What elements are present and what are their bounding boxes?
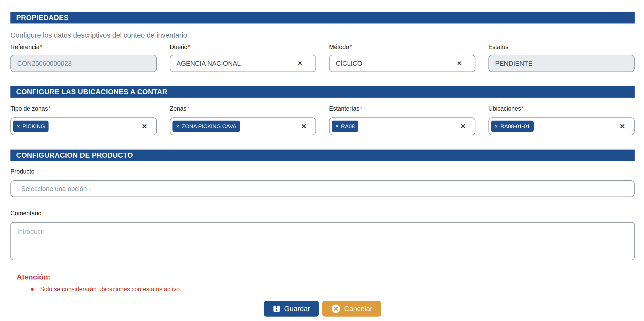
- estanterias-label: Estanterías*: [329, 105, 475, 112]
- label-text: Ubicaciones: [488, 105, 521, 112]
- metodo-select[interactable]: CÍCLICO ✕: [329, 55, 475, 72]
- inventory-count-form: PROPIEDADES Configure los datos descript…: [10, 12, 635, 317]
- dueno-label: Dueño*: [170, 43, 316, 51]
- clear-icon[interactable]: ✕: [142, 123, 150, 130]
- tag-remove-icon[interactable]: ×: [495, 123, 498, 129]
- tag-label: RA08-01-01: [500, 123, 530, 129]
- ubicaciones-multiselect[interactable]: × RA08-01-01 ✕: [488, 117, 635, 135]
- metodo-value: CÍCLICO: [336, 60, 362, 67]
- estatus-value: PENDIENTE: [495, 60, 533, 67]
- tag-remove-icon[interactable]: ×: [335, 123, 339, 129]
- section-header-producto: CONFIGURACION DE PRODUCTO: [10, 150, 635, 161]
- save-button[interactable]: Guardar: [264, 301, 319, 317]
- save-button-label: Guardar: [284, 305, 310, 313]
- tipo-de-zonas-multiselect[interactable]: × PICKING ✕: [10, 117, 157, 135]
- metodo-label: Método*: [329, 43, 475, 51]
- tag-remove-icon[interactable]: ×: [176, 123, 180, 129]
- selected-tag[interactable]: × RA08-01-01: [491, 121, 534, 132]
- label-text: Método: [329, 44, 349, 50]
- required-asterisk: *: [360, 105, 362, 112]
- producto-label: Producto: [10, 168, 635, 175]
- locations-fields-row: Tipo de zonas* × PICKING ✕ Zonas* × ZONA…: [10, 105, 635, 135]
- producto-placeholder: - Seleccione una opción -: [17, 185, 91, 193]
- estatus-input: PENDIENTE: [488, 55, 635, 72]
- floppy-disk-icon: [273, 305, 281, 313]
- properties-fields-row: Referencia* CON25060000023 Dueño* AGENCI…: [10, 43, 635, 72]
- referencia-value: CON25060000023: [17, 60, 72, 67]
- required-asterisk: *: [40, 44, 42, 50]
- estanterias-multiselect[interactable]: × RA08 ✕: [329, 117, 475, 135]
- required-asterisk: *: [49, 105, 51, 112]
- attention-item: Solo se considerarán ubicaciones con est…: [17, 286, 635, 293]
- producto-select[interactable]: - Seleccione una opción -: [10, 180, 635, 197]
- field-metodo: Método* CÍCLICO ✕: [329, 43, 475, 72]
- tag-label: ZONA PICKING CAVA: [182, 123, 236, 129]
- section-subtitle: Configure los datos descriptivos del con…: [10, 31, 635, 40]
- comentario-textarea[interactable]: [10, 222, 635, 260]
- section-header-propiedades: PROPIEDADES: [10, 12, 635, 23]
- required-asterisk: *: [350, 44, 352, 50]
- required-asterisk: *: [188, 44, 190, 50]
- tipo-de-zonas-label: Tipo de zonas*: [10, 105, 157, 112]
- clear-icon[interactable]: ✕: [619, 123, 628, 130]
- label-text: Zonas: [170, 105, 187, 112]
- field-tipo-de-zonas: Tipo de zonas* × PICKING ✕: [10, 105, 157, 135]
- field-ubicaciones: Ubicaciones* × RA08-01-01 ✕: [488, 105, 635, 135]
- required-asterisk: *: [522, 105, 524, 112]
- circle-x-icon: [331, 304, 341, 313]
- label-text: Tipo de zonas: [10, 105, 48, 112]
- dueno-select[interactable]: AGENCIA NACIONAL ✕: [170, 55, 316, 72]
- dueno-value: AGENCIA NACIONAL: [177, 60, 241, 67]
- clear-icon[interactable]: ✕: [298, 61, 309, 66]
- ubicaciones-label: Ubicaciones*: [488, 105, 635, 112]
- field-zonas: Zonas* × ZONA PICKING CAVA ✕: [170, 105, 316, 135]
- selected-tag[interactable]: × PICKING: [13, 121, 49, 132]
- field-estanterias: Estanterías* × RA08 ✕: [329, 105, 475, 135]
- field-referencia: Referencia* CON25060000023: [10, 43, 157, 72]
- clear-icon[interactable]: ✕: [301, 123, 309, 130]
- field-dueno: Dueño* AGENCIA NACIONAL ✕: [170, 43, 316, 72]
- selected-tag[interactable]: × ZONA PICKING CAVA: [172, 121, 240, 132]
- form-actions: Guardar Cancelar: [10, 301, 635, 317]
- tag-remove-icon[interactable]: ×: [17, 123, 20, 129]
- attention-note: Atención: Solo se considerarán ubicacion…: [17, 273, 635, 293]
- label-text: Referencia: [10, 44, 39, 50]
- referencia-label: Referencia*: [10, 43, 157, 51]
- zonas-multiselect[interactable]: × ZONA PICKING CAVA ✕: [170, 117, 316, 135]
- clear-icon[interactable]: ✕: [457, 61, 468, 66]
- zonas-label: Zonas*: [170, 105, 316, 112]
- tag-label: RA08: [341, 123, 355, 129]
- estatus-label: Estatus: [488, 43, 635, 51]
- label-text: Estatus: [488, 44, 509, 50]
- label-text: Estanterías: [329, 105, 359, 112]
- cancel-button-label: Cancelar: [344, 305, 372, 313]
- attention-text: Solo se considerarán ubicaciones con est…: [40, 286, 181, 293]
- referencia-input: CON25060000023: [10, 55, 157, 72]
- clear-icon[interactable]: ✕: [460, 123, 469, 130]
- attention-title: Atención:: [17, 273, 635, 281]
- label-text: Dueño: [170, 44, 188, 50]
- tag-label: PICKING: [22, 123, 45, 129]
- required-asterisk: *: [187, 105, 189, 112]
- bullet-icon: [31, 288, 34, 291]
- selected-tag[interactable]: × RA08: [332, 121, 358, 132]
- field-estatus: Estatus PENDIENTE: [488, 43, 635, 72]
- comentario-label: Comentario: [10, 210, 635, 217]
- cancel-button[interactable]: Cancelar: [322, 301, 381, 317]
- section-header-ubicaciones: CONFIGURE LAS UBICACIONES A CONTAR: [10, 86, 635, 98]
